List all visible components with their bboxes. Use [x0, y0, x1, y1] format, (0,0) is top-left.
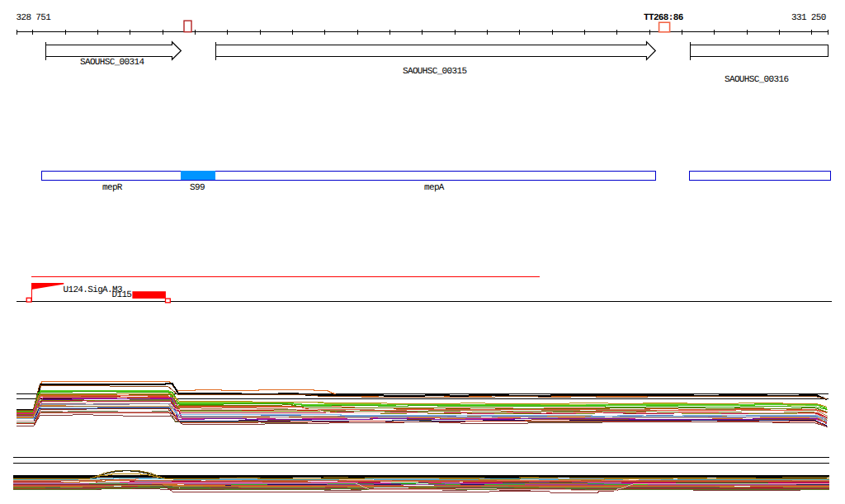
svg-text:S99: S99 — [190, 183, 205, 193]
svg-text:328 751: 328 751 — [17, 13, 52, 23]
svg-text:331 250: 331 250 — [791, 13, 826, 23]
svg-text:SAOUHSC_00316: SAOUHSC_00316 — [725, 75, 788, 85]
svg-text:SAOUHSC_00315: SAOUHSC_00315 — [403, 67, 466, 77]
svg-text:mepR: mepR — [102, 183, 123, 193]
svg-text:D115: D115 — [112, 290, 132, 300]
svg-text:TT268:86: TT268:86 — [644, 13, 683, 23]
svg-text:SAOUHSC_00314: SAOUHSC_00314 — [80, 58, 144, 68]
svg-text:mepA: mepA — [424, 183, 445, 193]
